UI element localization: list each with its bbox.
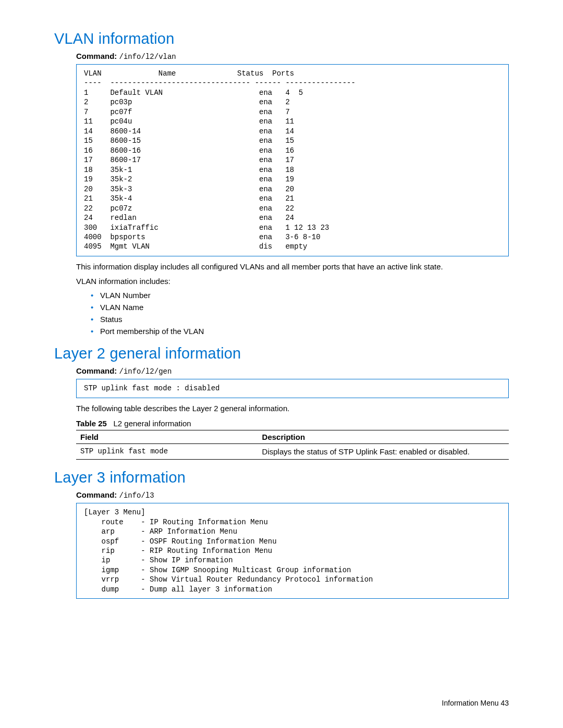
command-label: Command: — [76, 52, 117, 60]
paragraph: The following table describes the Layer … — [76, 403, 509, 414]
output-line: dump - Dump all layer 3 information — [84, 585, 501, 594]
command-value: /info/l2/gen — [119, 367, 172, 376]
list-item: Port membership of the VLAN — [91, 327, 509, 336]
table-row: STP uplink fast mode Displays the status… — [76, 444, 509, 460]
command-value: /info/l3 — [119, 491, 154, 500]
heading-layer2-general-information: Layer 2 general information — [54, 345, 509, 362]
command-line-l3: Command: /info/l3 — [76, 490, 509, 500]
command-line-vlan: Command: /info/l2/vlan — [76, 52, 509, 61]
output-line: 11 pc04u ena 11 — [84, 117, 501, 126]
table-caption-l2gen: Table 25 L2 general information — [76, 419, 509, 428]
output-line: 16 8600-16 ena 16 — [84, 146, 501, 155]
command-value: /info/l2/vlan — [119, 53, 176, 61]
heading-layer3-information: Layer 3 information — [54, 469, 509, 486]
output-line: 7 pc07f ena 7 — [84, 107, 501, 117]
table-cell-description: Displays the status of STP Uplink Fast: … — [258, 444, 509, 460]
heading-vlan-information: VLAN information — [54, 30, 509, 47]
table-header-field: Field — [76, 430, 258, 444]
output-line: 1 Default VLAN ena 4 5 — [84, 88, 501, 97]
output-line: 18 35k-1 ena 18 — [84, 165, 501, 175]
list-item: VLAN Name — [91, 303, 509, 312]
command-line-l2gen: Command: /info/l2/gen — [76, 366, 509, 376]
table-cell-field: STP uplink fast mode — [76, 444, 258, 460]
output-line: 19 35k-2 ena 19 — [84, 175, 501, 184]
table-caption-text: L2 general information — [113, 419, 191, 428]
command-label: Command: — [76, 366, 117, 375]
output-line: 4000 bpsports ena 3-6 8-10 — [84, 232, 501, 242]
output-line: vrrp - Show Virtual Router Redundancy Pr… — [84, 575, 501, 584]
output-line: rip - RIP Routing Information Menu — [84, 546, 501, 556]
page-footer: Information Menu 43 — [442, 699, 509, 707]
output-line: igmp - Show IGMP Snooping Multicast Grou… — [84, 565, 501, 575]
table-caption-label: Table 25 — [76, 419, 107, 428]
page: VLAN information Command: /info/l2/vlan … — [0, 0, 563, 728]
output-line: 20 35k-3 ena 20 — [84, 184, 501, 194]
bullet-list-vlan-info: VLAN Number VLAN Name Status Port member… — [91, 291, 509, 336]
output-box-l3: [Layer 3 Menu] route - IP Routing Inform… — [76, 503, 509, 599]
output-line: ip - Show IP information — [84, 556, 501, 565]
output-line: 17 8600-17 ena 17 — [84, 155, 501, 165]
table-header-description: Description — [258, 430, 509, 444]
command-label: Command: — [76, 490, 117, 499]
output-line: 4095 Mgmt VLAN dis empty — [84, 242, 501, 251]
output-line: ---- -------------------------------- --… — [84, 78, 501, 88]
output-line: route - IP Routing Information Menu — [84, 517, 501, 527]
output-line: 300 ixiaTraffic ena 1 12 13 23 — [84, 223, 501, 232]
table-l2-general-information: Field Description STP uplink fast mode D… — [76, 430, 509, 460]
paragraph: VLAN information includes: — [76, 276, 509, 287]
output-line: 21 35k-4 ena 21 — [84, 194, 501, 203]
output-box-l2gen: STP uplink fast mode : disabled — [76, 379, 509, 398]
paragraph: This information display includes all co… — [76, 262, 509, 272]
output-line: VLAN Name Status Ports — [84, 69, 501, 78]
output-line: 2 pc03p ena 2 — [84, 97, 501, 107]
output-line: STP uplink fast mode : disabled — [84, 384, 501, 393]
output-line: 22 pc07z ena 22 — [84, 204, 501, 213]
table-header-row: Field Description — [76, 430, 509, 444]
output-line: 24 redlan ena 24 — [84, 213, 501, 223]
output-box-vlan: VLAN Name Status Ports ---- ------------… — [76, 64, 509, 256]
list-item: VLAN Number — [91, 291, 509, 300]
output-line: [Layer 3 Menu] — [84, 508, 501, 517]
output-line: arp - ARP Information Menu — [84, 527, 501, 536]
output-line: 15 8600-15 ena 15 — [84, 136, 501, 145]
list-item: Status — [91, 315, 509, 324]
output-line: 14 8600-14 ena 14 — [84, 127, 501, 136]
output-line: ospf - OSPF Routing Information Menu — [84, 537, 501, 546]
